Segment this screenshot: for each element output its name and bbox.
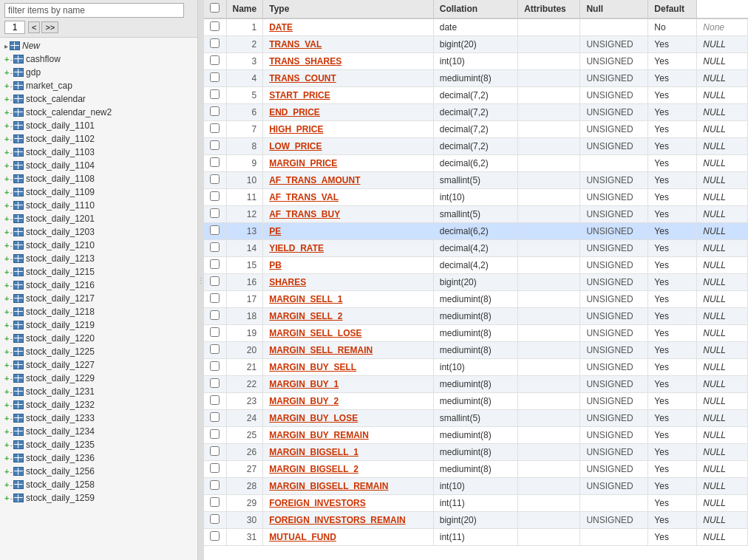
collapse-icon[interactable]: - [10,454,13,462]
row-checkbox[interactable] [210,72,220,82]
expand-icon[interactable]: + [4,480,9,489]
table-wrapper[interactable]: NameTypeCollationAttributesNullDefault 1… [204,0,748,560]
row-checkbox[interactable] [210,327,220,337]
table-row[interactable]: 11AF_TRANS_VALint(10)UNSIGNEDYesNULL [204,189,748,206]
col-name[interactable]: MARGIN_BUY_2 [263,393,434,410]
column-header-name[interactable]: Name [226,0,263,18]
row-checkbox[interactable] [210,225,220,235]
table-row[interactable]: 26MARGIN_BIGSELL_1mediumint(8)UNSIGNEDYe… [204,444,748,461]
expand-icon[interactable]: + [4,148,9,157]
table-row[interactable]: 22MARGIN_BUY_1mediumint(8)UNSIGNEDYesNUL… [204,376,748,393]
table-row[interactable]: 13PEdecimal(6,2)UNSIGNEDYesNULL [204,223,748,240]
sidebar-item[interactable]: +-stock_daily_1232 [0,398,197,412]
col-name[interactable]: LOW_PRICE [263,138,434,155]
collapse-icon[interactable]: - [10,414,13,423]
collapse-icon[interactable]: - [10,347,13,356]
expand-icon[interactable]: + [4,294,9,303]
row-checkbox[interactable] [210,140,220,150]
expand-icon[interactable]: + [4,374,9,383]
sidebar-item[interactable]: +-stock_daily_1210 [0,239,197,252]
expand-icon[interactable]: + [4,121,9,130]
collapse-icon[interactable]: - [10,480,13,489]
collapse-icon[interactable]: - [10,427,13,436]
expand-icon[interactable]: + [4,467,9,476]
col-name[interactable]: MUTUAL_FUND [263,529,434,546]
table-row[interactable]: 27MARGIN_BIGSELL_2mediumint(8)UNSIGNEDYe… [204,461,748,478]
collapse-icon[interactable]: - [10,188,13,197]
col-name[interactable]: MARGIN_BIGSELL_1 [263,444,434,461]
col-name[interactable]: AF_TRANS_BUY [263,206,434,223]
sidebar-item[interactable]: +-stock_calendar_new2 [0,106,197,119]
sidebar-item[interactable]: +-market_cap [0,79,197,92]
row-checkbox[interactable] [210,106,220,116]
expand-icon[interactable]: + [4,254,9,263]
select-all-checkbox[interactable] [210,3,220,13]
expand-icon[interactable]: + [4,321,9,329]
sidebar-item[interactable]: +-stock_daily_1110 [0,199,197,212]
collapse-icon[interactable]: - [10,55,13,64]
expand-icon[interactable]: + [4,201,9,210]
row-checkbox[interactable] [210,412,220,422]
collapse-icon[interactable]: - [10,387,13,396]
row-checkbox[interactable] [210,378,220,388]
sidebar-item[interactable]: +-stock_daily_1203 [0,225,197,239]
sidebar-item[interactable]: +-stock_daily_1108 [0,172,197,185]
sidebar-item[interactable]: +-cashflow [0,52,197,66]
sidebar-item[interactable]: +-stock_daily_1201 [0,212,197,225]
expand-icon[interactable]: + [4,361,9,369]
row-checkbox[interactable] [210,429,220,439]
page-number-input[interactable] [4,21,25,34]
col-name[interactable]: END_PRICE [263,104,434,121]
collapse-icon[interactable]: - [10,267,13,276]
expand-icon[interactable]: + [4,228,9,236]
collapse-icon[interactable]: - [10,95,13,103]
column-header-type[interactable]: Type [263,0,434,18]
row-checkbox[interactable] [210,191,220,201]
collapse-icon[interactable]: - [10,174,13,183]
collapse-icon[interactable]: - [10,68,13,77]
row-checkbox[interactable] [210,259,220,269]
row-checkbox[interactable] [210,157,220,167]
expand-icon[interactable]: + [4,81,9,90]
collapse-icon[interactable]: - [10,281,13,290]
table-row[interactable]: 19MARGIN_SELL_LOSEmediumint(8)UNSIGNEDYe… [204,325,748,342]
row-checkbox[interactable] [210,480,220,490]
expand-icon[interactable]: + [4,134,9,143]
sidebar-item[interactable]: +-stock_daily_1219 [0,318,197,332]
expand-icon[interactable]: + [4,494,9,502]
row-checkbox[interactable] [210,38,220,48]
col-name[interactable]: MARGIN_BUY_SELL [263,359,434,376]
expand-icon[interactable]: + [4,68,9,77]
expand-icon[interactable]: ▸ [4,42,8,50]
table-row[interactable]: 20MARGIN_SELL_REMAINmediumint(8)UNSIGNED… [204,342,748,359]
sidebar-item[interactable]: +-stock_daily_1236 [0,451,197,465]
col-name[interactable]: MARGIN_SELL_REMAIN [263,342,434,359]
col-name[interactable]: MARGIN_SELL_1 [263,291,434,308]
row-checkbox[interactable] [210,463,220,473]
table-row[interactable]: 4TRANS_COUNTmediumint(8)UNSIGNEDYesNULL [204,70,748,87]
row-checkbox[interactable] [210,242,220,252]
collapse-icon[interactable]: - [10,494,13,502]
sidebar-item[interactable]: +-stock_daily_1216 [0,279,197,292]
table-row[interactable]: 5START_PRICEdecimal(7,2)UNSIGNEDYesNULL [204,87,748,104]
expand-icon[interactable]: + [4,188,9,197]
row-checkbox[interactable] [210,55,220,65]
row-checkbox[interactable] [210,497,220,507]
column-header-#[interactable] [204,0,226,18]
sidebar-item[interactable]: +-stock_daily_1234 [0,425,197,438]
expand-icon[interactable]: + [4,347,9,356]
table-row[interactable]: 9MARGIN_PRICEdecimal(6,2)YesNULL [204,155,748,172]
expand-icon[interactable]: + [4,414,9,423]
col-name[interactable]: PB [263,257,434,274]
expand-icon[interactable]: + [4,334,9,343]
col-name[interactable]: AF_TRANS_VAL [263,189,434,206]
sidebar-item[interactable]: +-stock_daily_1231 [0,385,197,398]
collapse-icon[interactable]: - [10,467,13,476]
row-checkbox[interactable] [210,293,220,303]
table-row[interactable]: 31MUTUAL_FUNDint(11)YesNULL [204,529,748,546]
sidebar-item[interactable]: +-stock_daily_1218 [0,305,197,318]
collapse-icon[interactable]: - [10,161,13,170]
row-checkbox[interactable] [210,208,220,218]
table-row[interactable]: 21MARGIN_BUY_SELLint(10)UNSIGNEDYesNULL [204,359,748,376]
table-row[interactable]: 10AF_TRANS_AMOUNTsmallint(5)UNSIGNEDYesN… [204,172,748,189]
